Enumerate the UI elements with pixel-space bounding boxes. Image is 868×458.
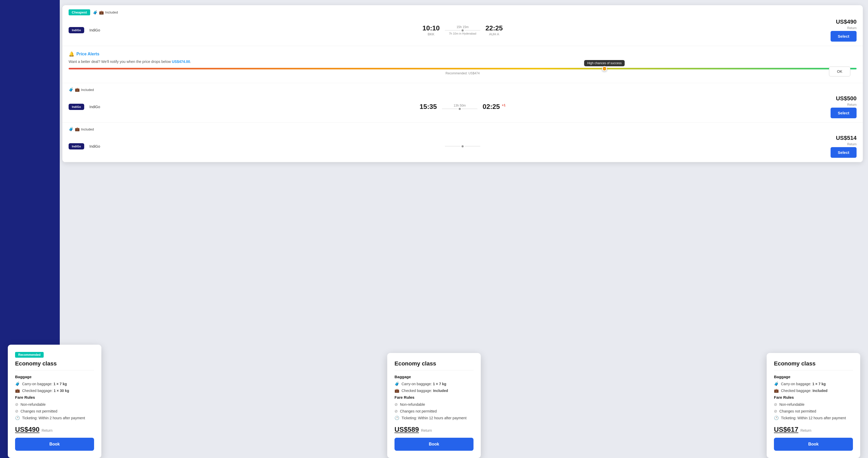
route-line-seg-1	[445, 29, 480, 31]
card-price-left: US$490	[15, 426, 39, 433]
ticketing-left: 🕐 Ticketing: Within 2 hours after paymen…	[15, 416, 94, 420]
depart-time-1: 10:10	[423, 24, 440, 32]
card-title-left: Economy class	[15, 360, 94, 370]
included-tag-1: 🧳 💼 Included	[93, 10, 118, 15]
price-alert-header: 🔔 Price Alerts	[69, 51, 857, 57]
depart-time-2: 15:35	[420, 103, 437, 111]
baggage-title-center: Baggage	[395, 374, 473, 379]
depart-airport-1: BKK	[423, 32, 440, 36]
bag-icon-2: 💼	[75, 87, 80, 92]
arrive-time-2: 02:25 +1	[483, 103, 506, 111]
line-seg-left-1	[445, 30, 461, 30]
arrive-airport-1: AUH A	[486, 32, 503, 36]
checked-bag-right: 💼 Checked baggage: Included	[774, 388, 853, 393]
cheapest-tag: Cheapest	[69, 9, 90, 16]
included-tag-3: 🧳 💼 Included	[69, 127, 94, 131]
flight-row-1: Cheapest 🧳 💼 Included IndiGo IndiGo 10:1…	[62, 5, 863, 46]
price-row-right: US$617 Return	[774, 426, 853, 433]
non-refundable-center: ⊘ Non-refundable	[395, 402, 473, 407]
flight-info-3: IndiGo IndiGo US$514 Return Select	[69, 135, 857, 158]
fare-rules-right: Fare Rules ⊘ Non-refundable ⊘ Changes no…	[774, 395, 853, 420]
select-button-3[interactable]: Select	[831, 147, 857, 158]
no-refund-icon-center: ⊘	[395, 402, 398, 407]
price-row-center: US$589 Return	[395, 426, 473, 433]
card-price-label-right: Return	[800, 428, 811, 432]
stop-dot-3	[462, 145, 464, 147]
book-button-right[interactable]: Book	[774, 438, 853, 451]
price-alert-desc: Want a better deal? We'll notify you whe…	[69, 60, 857, 64]
stop-dot-2	[459, 108, 461, 110]
fare-rules-left: Fare Rules ⊘ Non-refundable ⊘ Changes no…	[15, 395, 94, 420]
flight-info-2: IndiGo IndiGo 15:35 13h 50m	[69, 95, 857, 118]
fare-rules-center: Fare Rules ⊘ Non-refundable ⊘ Changes no…	[395, 395, 473, 420]
clock-icon-right: 🕐	[774, 416, 779, 420]
ok-button[interactable]: OK	[829, 66, 850, 77]
checked-bag-icon-center: 💼	[395, 388, 399, 393]
time-row-2: 15:35 13h 50m 02:25 +1	[115, 103, 810, 111]
alert-row: High chances of success Recommended: US$…	[69, 68, 857, 75]
non-refundable-left: ⊘ Non-refundable	[15, 402, 94, 407]
airline-name-1: IndiGo	[89, 28, 110, 32]
flight-tags-2: 🧳 💼 Included	[69, 87, 857, 92]
slider-container: High chances of success Recommended: US$…	[69, 68, 857, 75]
price-section-2: US$500 Return Select	[815, 95, 857, 118]
clock-icon-center: 🕐	[395, 416, 399, 420]
flight-times-1: 10:10 BKK 15h 15m 7h 10m in Hyderabad	[115, 24, 810, 36]
price-3: US$514	[836, 135, 857, 142]
flight-row-3: 🧳 💼 Included IndiGo IndiGo US$514 Return	[62, 123, 863, 162]
no-refund-icon-left: ⊘	[15, 402, 19, 407]
baggage-title-right: Baggage	[774, 374, 853, 379]
flight-tags-3: 🧳 💼 Included	[69, 127, 857, 131]
line-seg-right-2	[462, 109, 477, 109]
luggage-icon-1: 🧳	[93, 10, 98, 15]
checked-bag-left: 💼 Checked baggage: 1 × 30 kg	[15, 388, 94, 393]
fare-card-left: Recommended Economy class Baggage 🧳 Carr…	[8, 345, 101, 458]
slider-track	[69, 68, 857, 69]
main-panel: Cheapest 🧳 💼 Included IndiGo IndiGo 10:1…	[62, 5, 863, 162]
carry-on-icon-left: 🧳	[15, 381, 20, 386]
book-button-left[interactable]: Book	[15, 438, 94, 451]
no-changes-icon-right: ⊘	[774, 409, 777, 414]
price-section-3: US$514 Return Select	[815, 135, 857, 158]
alert-bell-icon: 🔔	[69, 51, 74, 57]
fare-rules-title-right: Fare Rules	[774, 395, 853, 399]
select-button-1[interactable]: Select	[831, 31, 857, 41]
checked-bag-center: 💼 Checked baggage: Included	[395, 388, 473, 393]
airline-name-3: IndiGo	[89, 144, 110, 148]
flight-row-2: 🧳 💼 Included IndiGo IndiGo 15:35 13h 50m	[62, 83, 863, 123]
price-label-2: Return	[847, 103, 857, 106]
card-price-right: US$617	[774, 426, 798, 433]
fare-card-center: Economy class Baggage 🧳 Carry-on baggage…	[387, 353, 481, 458]
route-line-2: 13h 50m	[442, 104, 477, 110]
carry-on-right: 🧳 Carry-on baggage: 1 × 7 kg	[774, 381, 853, 386]
card-price-label-left: Return	[41, 428, 53, 432]
arrive-time-1: 22:25	[486, 24, 503, 32]
price-label-1: Return	[847, 26, 857, 30]
line-seg-right-3	[465, 146, 480, 146]
airline-logo-3: IndiGo	[69, 143, 84, 149]
card-price-label-center: Return	[421, 428, 432, 432]
card-title-right: Economy class	[774, 360, 853, 370]
changes-center: ⊘ Changes not permitted	[395, 409, 473, 414]
recommended-label: Recommended: US$474	[69, 71, 857, 75]
no-refund-icon-right: ⊘	[774, 402, 777, 407]
carry-on-left: 🧳 Carry-on baggage: 1 × 7 kg	[15, 381, 94, 386]
recommended-badge: Recommended	[15, 352, 44, 358]
price-label-3: Return	[847, 143, 857, 146]
select-button-2[interactable]: Select	[831, 108, 857, 118]
airline-logo-1: IndiGo	[69, 27, 84, 33]
success-tooltip: High chances of success	[584, 60, 625, 66]
card-price-center: US$589	[395, 426, 419, 433]
stop-dot-1	[462, 29, 464, 31]
airline-name-2: IndiGo	[89, 105, 110, 109]
flight-times-3	[115, 143, 810, 150]
no-changes-icon-left: ⊘	[15, 409, 19, 414]
ticketing-right: 🕐 Ticketing: Within 12 hours after payme…	[774, 416, 853, 420]
book-button-center[interactable]: Book	[395, 438, 473, 451]
price-row-left: US$490 Return	[15, 426, 94, 433]
price-alert-title: Price Alerts	[76, 52, 99, 56]
slider-thumb[interactable]	[602, 66, 607, 71]
line-seg-left-2	[442, 109, 458, 109]
carry-on-icon-center: 🧳	[395, 381, 399, 386]
line-seg-right-1	[465, 30, 480, 30]
